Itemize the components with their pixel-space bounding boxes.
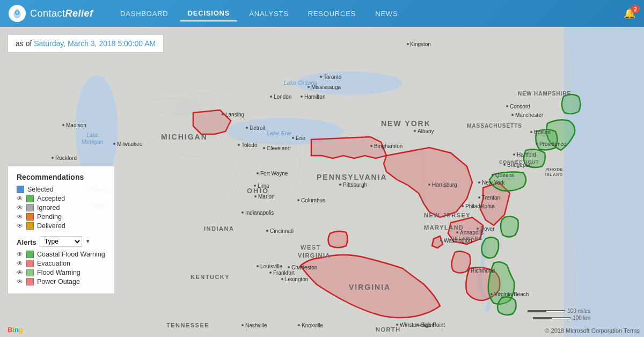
- date-label: as of: [16, 39, 34, 48]
- svg-point-84: [456, 231, 458, 233]
- alerts-type-dropdown[interactable]: Type Category: [40, 236, 82, 247]
- svg-point-26: [407, 43, 409, 45]
- header-right: 🔔 2: [624, 8, 644, 19]
- svg-point-96: [281, 278, 283, 280]
- svg-point-52: [506, 105, 508, 107]
- eye-icon-pending[interactable]: 👁: [17, 213, 23, 221]
- svg-text:NEW HAMPSHIRE: NEW HAMPSHIRE: [518, 91, 571, 97]
- svg-point-92: [467, 269, 469, 272]
- svg-text:Bridgeport: Bridgeport: [507, 162, 532, 168]
- logo-icon: [9, 5, 26, 22]
- svg-point-62: [478, 181, 480, 184]
- nav-analysts[interactable]: ANALYSTS: [241, 6, 296, 21]
- svg-text:MARYLAND: MARYLAND: [424, 224, 464, 231]
- svg-point-70: [297, 199, 299, 201]
- svg-text:Cincinnati: Cincinnati: [270, 228, 294, 234]
- legend-item-power-outage: 👁 Power Outage: [17, 278, 106, 285]
- svg-text:NEW JERSEY: NEW JERSEY: [424, 212, 471, 218]
- legend-label-ignored: Ignored: [37, 204, 60, 211]
- svg-text:NORTH: NORTH: [376, 326, 401, 333]
- svg-text:KENTUCKY: KENTUCKY: [191, 274, 230, 280]
- svg-text:Indianapolis: Indianapolis: [245, 210, 274, 216]
- svg-point-66: [462, 205, 464, 207]
- scale-km: 100 km: [573, 315, 590, 321]
- svg-text:Frankfort: Frankfort: [273, 270, 295, 276]
- legend-label-accepted: Accepted: [37, 195, 65, 202]
- svg-point-28: [320, 76, 322, 78]
- svg-text:Philadelphia: Philadelphia: [465, 203, 495, 209]
- svg-point-30: [308, 86, 310, 88]
- svg-point-56: [536, 143, 538, 145]
- svg-text:Cleveland: Cleveland: [267, 145, 290, 151]
- svg-text:Washington: Washington: [444, 238, 472, 244]
- main-nav: DASHBOARD DECISIONS ANALYSTS RESOURCES N…: [107, 6, 624, 21]
- svg-text:WEST: WEST: [301, 244, 321, 251]
- svg-point-68: [339, 184, 341, 186]
- alerts-row: Alerts Type Category ▼: [17, 234, 106, 248]
- svg-text:Queens: Queens: [495, 172, 514, 178]
- legend-label-flood-warning: Flood Warning: [37, 269, 80, 276]
- svg-point-108: [396, 324, 398, 326]
- svg-text:Albany: Albany: [418, 128, 434, 134]
- svg-point-80: [254, 195, 257, 197]
- notification-icon[interactable]: 🔔 2: [624, 8, 635, 19]
- nav-decisions[interactable]: DECISIONS: [180, 6, 238, 21]
- legend-color-selected: [17, 186, 24, 193]
- legend-item-accepted: 👁 Accepted: [17, 195, 106, 202]
- legend-title: Recommendations: [17, 173, 106, 181]
- scale-miles: 100 miles: [567, 308, 590, 314]
- svg-point-50: [511, 114, 514, 116]
- svg-point-42: [263, 147, 265, 149]
- logo-text: ContactRelief: [30, 8, 93, 19]
- eye-icon-power-outage[interactable]: 👁: [17, 278, 23, 285]
- eye-icon-coastal-flood[interactable]: 👁: [17, 251, 23, 258]
- svg-text:Lexington: Lexington: [285, 276, 308, 282]
- legend-item-selected: Selected: [17, 186, 106, 193]
- date-box: as of Saturday, March 3, 2018 5:00:00 AM: [8, 34, 164, 53]
- svg-text:ISLAND: ISLAND: [545, 172, 563, 177]
- svg-text:Concord: Concord: [510, 104, 530, 109]
- svg-text:Lansing: Lansing: [225, 112, 244, 118]
- legend-label-delivered: Delivered: [37, 222, 65, 230]
- nav-news[interactable]: NEWS: [368, 6, 405, 21]
- notification-badge: 2: [631, 5, 640, 13]
- svg-point-104: [241, 324, 244, 326]
- eye-icon-delivered[interactable]: 👁: [17, 222, 23, 230]
- svg-point-54: [530, 131, 532, 133]
- svg-point-74: [266, 230, 268, 232]
- svg-point-120: [492, 174, 494, 176]
- svg-text:Toronto: Toronto: [324, 74, 342, 80]
- legend-item-pending: 👁 Pending: [17, 213, 106, 221]
- svg-text:Toledo: Toledo: [241, 142, 258, 148]
- svg-text:Binghamton: Binghamton: [374, 143, 402, 149]
- logo-area: ContactRelief: [0, 5, 107, 22]
- legend-label-evacuation: Evacuation: [37, 260, 70, 267]
- svg-point-72: [241, 211, 244, 214]
- svg-text:RHODE: RHODE: [546, 167, 564, 172]
- svg-text:Nashville: Nashville: [245, 323, 267, 328]
- svg-text:Winston-Salem: Winston-Salem: [400, 322, 436, 328]
- svg-point-86: [440, 239, 442, 241]
- dropdown-arrow-icon: ▼: [85, 238, 91, 244]
- svg-text:VIRGINIA: VIRGINIA: [349, 283, 391, 291]
- map-container[interactable]: MICHIGAN OHIO PENNSYLVANIA NEW YORK NEW …: [0, 27, 644, 337]
- legend-label-coastal-flood: Coastal Flood Warning: [37, 251, 105, 258]
- legend-color-delivered: [26, 222, 34, 230]
- svg-point-76: [257, 172, 259, 174]
- legend-item-coastal-flood: 👁 Coastal Flood Warning: [17, 251, 106, 258]
- svg-point-98: [257, 265, 259, 267]
- svg-text:VIRGINIA: VIRGINIA: [298, 252, 331, 259]
- eye-icon-ignored[interactable]: 👁: [17, 204, 23, 211]
- eye-icon-evacuation[interactable]: 👁: [17, 260, 23, 267]
- legend-color-pending: [26, 213, 34, 221]
- nav-resources[interactable]: RESOURCES: [301, 6, 364, 21]
- nav-dashboard[interactable]: DASHBOARD: [113, 6, 176, 21]
- svg-text:Columbus: Columbus: [301, 197, 325, 203]
- svg-point-58: [513, 153, 515, 156]
- svg-text:Milwaukee: Milwaukee: [117, 141, 143, 147]
- svg-point-64: [478, 196, 480, 199]
- svg-point-34: [270, 96, 272, 98]
- eye-icon-accepted[interactable]: 👁: [17, 195, 23, 202]
- legend-item-ignored: 👁 Ignored: [17, 204, 106, 211]
- eye-icon-flood-warning[interactable]: 👁: [17, 269, 23, 276]
